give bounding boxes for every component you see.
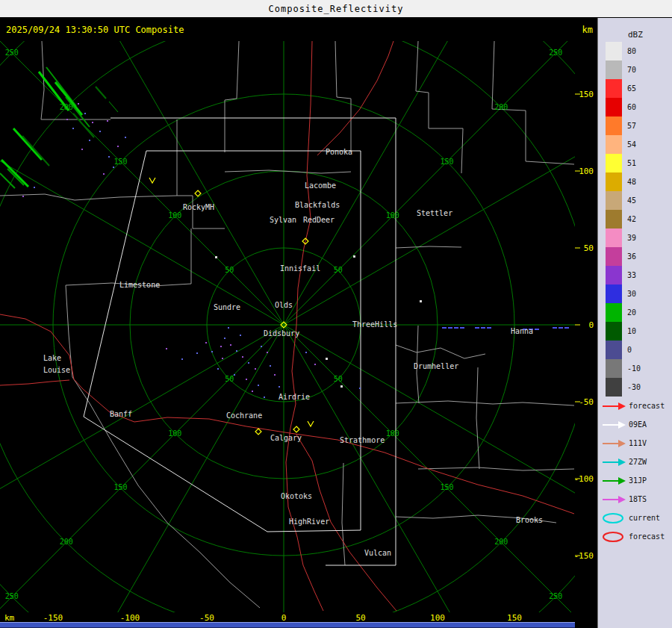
y-axis-tick-label: -150: [574, 551, 594, 561]
echo-dash: [564, 327, 569, 329]
city-label: Blackfalds: [295, 201, 340, 209]
dbz-swatch-42: [606, 210, 622, 228]
municipal-boundary: [342, 463, 345, 565]
azimuth-spoke: [0, 325, 284, 534]
range-ring-label: 150: [440, 483, 453, 491]
coverage-outline: [111, 118, 396, 565]
city-label: Innisfail: [280, 264, 320, 273]
arrow-icon-31JP: [601, 475, 626, 487]
city-label: Hanna: [511, 327, 533, 335]
app-window: 2025/09/24 13:30:50 UTC Composite km 505…: [0, 18, 672, 628]
precip-speckle: [78, 103, 79, 105]
echo-dash: [475, 327, 479, 329]
arrow-icon-111V: [601, 438, 626, 450]
city-label: RockyMH: [183, 203, 214, 211]
radar-site-marker: [255, 429, 261, 435]
dbz-value-label: 57: [627, 122, 636, 130]
dbz-swatch-30: [606, 285, 622, 303]
range-ring-label: 200: [60, 103, 73, 111]
dbz-value-label: 39: [627, 234, 636, 242]
dbz-swatch-60: [606, 98, 622, 116]
dbz-scale-row: 57: [598, 116, 672, 135]
city-label: Cochrane: [226, 411, 262, 420]
range-ring-label: 50: [334, 375, 343, 383]
precip-echo-streak: [13, 128, 42, 160]
city-label: Limestone: [119, 281, 160, 289]
track-legend: forecast09EA111V27ZW31JP18TScurrentforec…: [598, 397, 672, 546]
dbz-swatch-54: [606, 135, 622, 154]
dbz-scale-row: 10: [598, 322, 672, 341]
radar-display-canvas[interactable]: 5050505010010010010015015015015020020020…: [0, 41, 597, 622]
city-label: Sundre: [214, 303, 240, 311]
legend-panel: dBZ 807065605754514845423936333020100-10…: [597, 18, 672, 628]
dbz-swatch--30: [606, 378, 622, 397]
legend-row-27ZW-3: 27ZW: [598, 453, 672, 471]
municipal-boundary: [66, 228, 191, 286]
timestamp-label: 2025/09/24 13:30:50 UTC Composite: [6, 25, 184, 35]
precip-speckle: [255, 368, 256, 370]
range-ring-label: 50: [225, 375, 234, 383]
dbz-value-label: -30: [627, 383, 641, 391]
x-axis-tick-label: 100: [430, 613, 445, 622]
dbz-swatch-10: [606, 322, 622, 341]
range-ring-label: 250: [5, 592, 19, 600]
municipal-boundary: [396, 246, 461, 248]
municipal-boundary: [335, 41, 351, 151]
dbz-swatch--10: [606, 359, 622, 378]
dbz-scale-row: 30: [598, 285, 672, 303]
dbz-value-label: 20: [627, 308, 636, 317]
horizontal-scrollbar[interactable]: [0, 622, 575, 628]
city-label: Sylvan: [270, 216, 296, 224]
range-ring-label: 100: [386, 429, 399, 438]
municipal-boundary: [416, 41, 463, 173]
precip-speckle: [99, 131, 101, 132]
precip-speckle: [267, 352, 268, 353]
precip-echo-streak: [1, 160, 28, 187]
municipal-boundary: [396, 345, 485, 358]
station-dot: [340, 385, 343, 388]
azimuth-spoke: [75, 41, 284, 325]
azimuth-spoke: [0, 116, 284, 325]
precip-speckle: [314, 364, 316, 365]
precip-speckle: [228, 327, 229, 329]
municipal-boundary: [177, 196, 225, 228]
precip-echo-streak: [0, 173, 15, 188]
range-ring-label: 250: [5, 49, 19, 57]
city-label: ThreeHills: [352, 320, 397, 329]
echo-dash: [442, 327, 447, 329]
precip-speckle: [34, 187, 35, 188]
x-axis-unit: km: [4, 613, 15, 622]
range-ring-label: 100: [168, 429, 181, 438]
municipal-boundary: [66, 285, 72, 377]
precip-echo-streak: [109, 102, 118, 112]
precip-speckle: [359, 388, 361, 389]
ellipse-icon-current: [601, 512, 626, 524]
legend-row-current-6: current: [598, 509, 672, 527]
window-titlebar: Composite_Reflectivity: [0, 0, 672, 18]
dbz-value-label: 0: [627, 346, 632, 354]
city-label: Stettler: [417, 209, 452, 217]
city-label: Drumheller: [414, 362, 458, 370]
precip-speckle: [205, 342, 207, 343]
precip-speckle: [224, 338, 225, 339]
x-axis-tick-label: -150: [43, 613, 63, 622]
highway-line: [0, 380, 69, 385]
precip-echo-streak: [66, 97, 90, 127]
legend-label: 31JP: [629, 476, 647, 485]
municipal-boundary: [476, 367, 479, 469]
precip-speckle: [242, 356, 243, 358]
city-label: Louise: [43, 366, 70, 374]
legend-row-09EA-1: 09EA: [598, 415, 672, 434]
radar-labels-layer: 5050505010010010010015015015015020020020…: [4, 49, 594, 622]
legend-row-111V-2: 111V: [598, 434, 672, 453]
dbz-swatch-65: [606, 79, 622, 98]
echo-dash: [535, 329, 539, 330]
dbz-value-label: 36: [627, 252, 636, 261]
precip-speckle: [196, 352, 198, 354]
precip-speckle: [270, 365, 271, 367]
range-ring-label: 200: [60, 538, 73, 546]
dbz-value-label: 51: [627, 159, 636, 167]
city-label: Strathmore: [340, 436, 385, 444]
precip-speckle: [84, 113, 86, 114]
precip-speckle: [92, 122, 93, 123]
